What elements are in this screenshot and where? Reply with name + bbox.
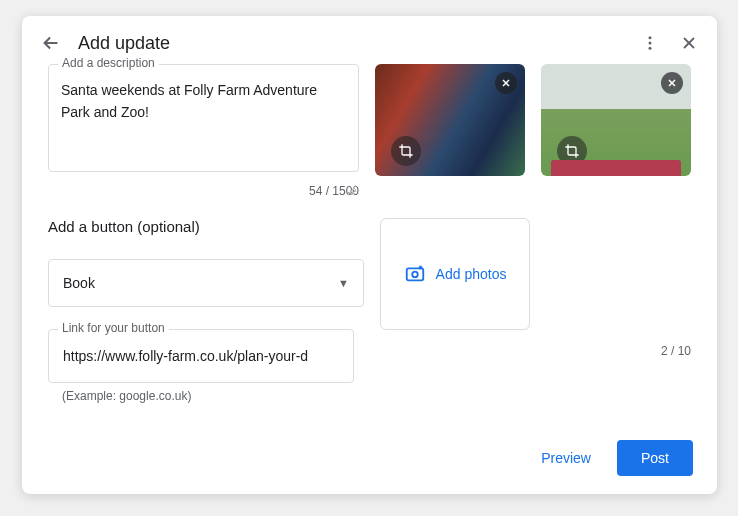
add-photos-label: Add photos bbox=[436, 266, 507, 282]
more-options-icon[interactable] bbox=[641, 34, 659, 52]
close-icon[interactable] bbox=[679, 33, 699, 53]
svg-rect-3 bbox=[406, 268, 423, 280]
resize-handle-icon[interactable] bbox=[346, 185, 356, 195]
button-section-label: Add a button (optional) bbox=[48, 218, 364, 235]
camera-plus-icon bbox=[404, 262, 426, 287]
photo-thumbnails bbox=[375, 64, 691, 176]
preview-button[interactable]: Preview bbox=[533, 442, 599, 474]
remove-photo-icon[interactable] bbox=[661, 72, 683, 94]
chevron-down-icon: ▼ bbox=[338, 277, 349, 289]
link-field-wrapper: Link for your button bbox=[48, 329, 354, 383]
dialog-title: Add update bbox=[78, 33, 641, 54]
crop-photo-icon[interactable] bbox=[391, 136, 421, 166]
link-input[interactable] bbox=[48, 329, 354, 383]
add-photos-button[interactable]: Add photos bbox=[380, 218, 530, 330]
svg-point-0 bbox=[649, 36, 652, 39]
photo-thumbnail[interactable] bbox=[541, 64, 691, 176]
link-label: Link for your button bbox=[58, 321, 169, 335]
crop-photo-icon[interactable] bbox=[557, 136, 587, 166]
button-type-select[interactable]: Book ▼ bbox=[48, 259, 364, 307]
dialog-footer: Preview Post bbox=[22, 440, 717, 494]
description-field-wrapper: Add a description 54 / 1500 bbox=[48, 64, 359, 198]
remove-photo-icon[interactable] bbox=[495, 72, 517, 94]
svg-point-2 bbox=[649, 47, 652, 50]
description-label: Add a description bbox=[58, 56, 159, 70]
post-button[interactable]: Post bbox=[617, 440, 693, 476]
description-input[interactable] bbox=[48, 64, 359, 172]
link-example: (Example: google.co.uk) bbox=[62, 389, 364, 403]
svg-point-4 bbox=[412, 271, 418, 277]
svg-point-1 bbox=[649, 42, 652, 45]
photo-counter: 2 / 10 bbox=[380, 344, 691, 358]
add-update-dialog: Add update Add a description 54 / 1500 bbox=[22, 16, 717, 494]
button-type-value: Book bbox=[63, 275, 95, 291]
back-arrow-icon[interactable] bbox=[40, 32, 62, 54]
description-counter: 54 / 1500 bbox=[48, 184, 359, 198]
photo-thumbnail[interactable] bbox=[375, 64, 525, 176]
